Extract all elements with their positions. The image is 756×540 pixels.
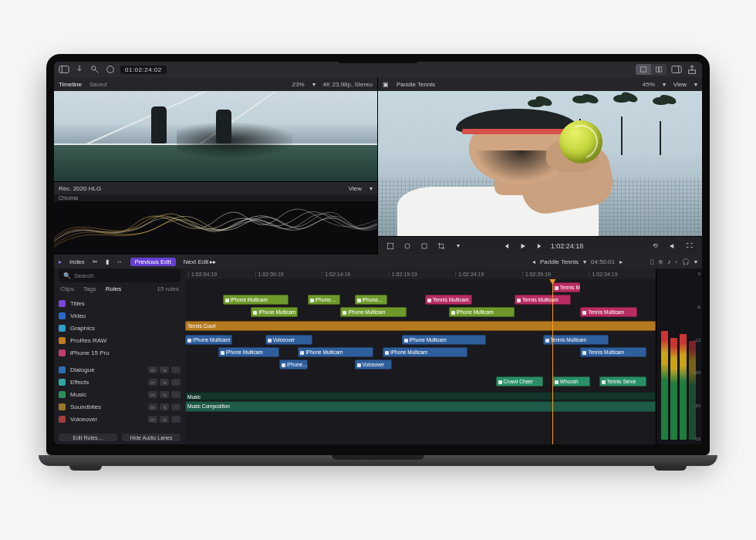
- retime-icon[interactable]: ▾: [452, 240, 464, 252]
- viewer-zoom[interactable]: 45%: [643, 81, 655, 88]
- hide-audio-lanes-button[interactable]: Hide Audio Lanes: [122, 434, 181, 441]
- timeline-clip[interactable]: Tennis Multicam: [425, 295, 472, 305]
- timeline-project-name[interactable]: Paddle Tennis: [540, 258, 579, 265]
- viewer-header: ▣ Paddle Tennis 45% ▾ View ▾: [378, 77, 702, 91]
- role-row[interactable]: Voiceover▭∿◦: [54, 413, 185, 425]
- timeline-clip[interactable]: Tennis Multicam: [580, 347, 646, 357]
- sidebar-toggle-icon[interactable]: [59, 64, 69, 75]
- timeline-tracks[interactable]: Tennis MulticamiPhone MulticamiPhone…iPh…: [185, 279, 656, 444]
- background-tasks-icon[interactable]: [105, 64, 116, 75]
- primary-storyline[interactable]: Tennis Court: [185, 321, 656, 331]
- tab-timeline[interactable]: Timeline: [59, 81, 82, 88]
- layout-segmented[interactable]: [636, 64, 667, 75]
- import-icon[interactable]: [74, 64, 85, 75]
- chevron-down-icon[interactable]: ▾: [312, 81, 316, 88]
- timeline[interactable]: 1:02:04:191:02:09:191:02:14:191:02:19:19…: [185, 268, 656, 444]
- svg-point-3: [107, 66, 114, 73]
- position-tool-icon[interactable]: ↔: [116, 258, 123, 265]
- keyword-icon[interactable]: [89, 64, 100, 75]
- chevron-down-icon[interactable]: ▾: [694, 81, 697, 88]
- role-row[interactable]: Music▭∿◦: [54, 388, 185, 400]
- playhead[interactable]: [552, 279, 553, 444]
- role-row[interactable]: Dialogue▭∿◦: [54, 363, 185, 376]
- meter-channel: [670, 338, 677, 440]
- role-row[interactable]: iPhone 15 Pro: [54, 346, 185, 359]
- timeline-clip[interactable]: iPhone Multicam: [449, 307, 515, 317]
- role-row[interactable]: Soundbites▭∿◦: [54, 400, 185, 413]
- index-label[interactable]: Index: [69, 258, 85, 265]
- program-viewer[interactable]: [378, 91, 702, 236]
- viewer-view-menu[interactable]: View: [673, 81, 687, 88]
- search-input[interactable]: 🔍 Search: [59, 268, 181, 282]
- blade-tool-icon[interactable]: ▮: [106, 258, 109, 265]
- chevron-down-icon[interactable]: ▾: [370, 185, 373, 192]
- edit-roles-button[interactable]: Edit Roles…: [59, 434, 117, 441]
- timeline-clip[interactable]: Whoosh: [552, 376, 590, 386]
- timeline-clip[interactable]: iPhone…: [355, 295, 388, 305]
- timeline-clip[interactable]: Tennis Multicam: [515, 295, 571, 305]
- timeline-clip[interactable]: iPhone Multicam: [383, 347, 467, 357]
- ruler-tick: 1:02:29:19: [522, 272, 589, 277]
- color-icon[interactable]: [401, 240, 413, 252]
- headphones-icon[interactable]: 🎧: [682, 258, 690, 265]
- music-clip[interactable]: Music Composition: [185, 401, 656, 412]
- chevron-down-icon[interactable]: ▾: [663, 81, 666, 88]
- timeline-ruler[interactable]: 1:02:04:191:02:09:191:02:14:191:02:19:19…: [185, 268, 656, 279]
- svg-rect-6: [660, 67, 662, 72]
- tab-roles[interactable]: Roles: [106, 285, 121, 292]
- music-lane[interactable]: Music: [185, 392, 656, 400]
- timeline-clip[interactable]: iPhone…: [279, 359, 308, 370]
- tab-saved[interactable]: Saved: [89, 81, 107, 88]
- timeline-clip[interactable]: iPhone Multicam: [223, 295, 289, 305]
- next-edit-button[interactable]: Next Edit ▸▸: [184, 258, 217, 265]
- timeline-clip[interactable]: iPhone Multicam: [251, 307, 298, 317]
- scope-view-menu[interactable]: View: [349, 185, 362, 192]
- timeline-clip[interactable]: iPhone…: [308, 295, 341, 305]
- effects-icon[interactable]: [384, 240, 397, 252]
- skimming-icon[interactable]: ⎋: [659, 258, 663, 265]
- notch: [336, 54, 420, 63]
- chevron-down-icon[interactable]: ▾: [583, 258, 586, 265]
- timeline-clip[interactable]: iPhone Multicam: [340, 307, 406, 317]
- role-row[interactable]: Effects▭∿◦: [54, 376, 185, 388]
- timeline-clip[interactable]: Tennis Serve: [599, 376, 646, 386]
- timeline-clip[interactable]: Voiceover: [265, 335, 312, 345]
- role-row[interactable]: Graphics: [54, 322, 185, 334]
- transform-icon[interactable]: [418, 240, 430, 252]
- event-viewer[interactable]: [54, 91, 377, 181]
- audio-skim-icon[interactable]: ♪: [667, 258, 670, 265]
- timeline-clip[interactable]: Tennis Multicam: [580, 307, 636, 317]
- timeline-clip[interactable]: iPhone Multicam: [402, 335, 487, 345]
- fullscreen-icon[interactable]: ⛶: [683, 240, 696, 252]
- timeline-clip[interactable]: iPhone Multicam: [218, 347, 279, 357]
- meter-channel: [661, 331, 668, 440]
- tab-clips[interactable]: Clips: [60, 285, 74, 292]
- inspector-toggle-icon[interactable]: [671, 64, 682, 75]
- role-row[interactable]: Video: [54, 309, 185, 322]
- loop-icon[interactable]: ⟲: [650, 240, 662, 252]
- role-row[interactable]: ProRes RAW: [54, 334, 185, 346]
- scope-waveform[interactable]: [54, 201, 377, 255]
- tab-tags[interactable]: Tags: [83, 285, 96, 292]
- timeline-clip[interactable]: iPhone Multicam: [185, 335, 232, 345]
- crop-icon[interactable]: [435, 240, 447, 252]
- timeline-duration: 04:50:01: [591, 258, 615, 265]
- solo-icon[interactable]: ◦: [675, 258, 677, 265]
- audio-icon[interactable]: [667, 240, 679, 252]
- timeline-clip[interactable]: Crowd Cheer: [496, 376, 543, 386]
- timeline-clip[interactable]: iPhone Multicam: [298, 347, 373, 357]
- role-row[interactable]: Titles: [54, 297, 185, 309]
- role-count: 15 roles: [157, 285, 179, 292]
- timeline-clip[interactable]: Tennis Multicam: [552, 282, 581, 292]
- play-button[interactable]: [517, 240, 529, 252]
- tools-menu-icon[interactable]: ▾: [694, 258, 697, 265]
- event-viewer-header: Timeline Saved 23% ▾ 4K 23.98p, Stereo: [54, 77, 377, 91]
- share-icon[interactable]: [687, 64, 697, 75]
- snap-icon[interactable]: ⌷: [650, 258, 654, 265]
- prev-edit-button[interactable]: [500, 240, 512, 252]
- previous-edit-button[interactable]: Previous Edit: [130, 258, 176, 266]
- next-edit-button[interactable]: [534, 240, 546, 252]
- trim-tool-icon[interactable]: ✂: [93, 258, 98, 265]
- timeline-clip[interactable]: Voiceover: [355, 359, 393, 370]
- event-zoom[interactable]: 23%: [292, 81, 304, 88]
